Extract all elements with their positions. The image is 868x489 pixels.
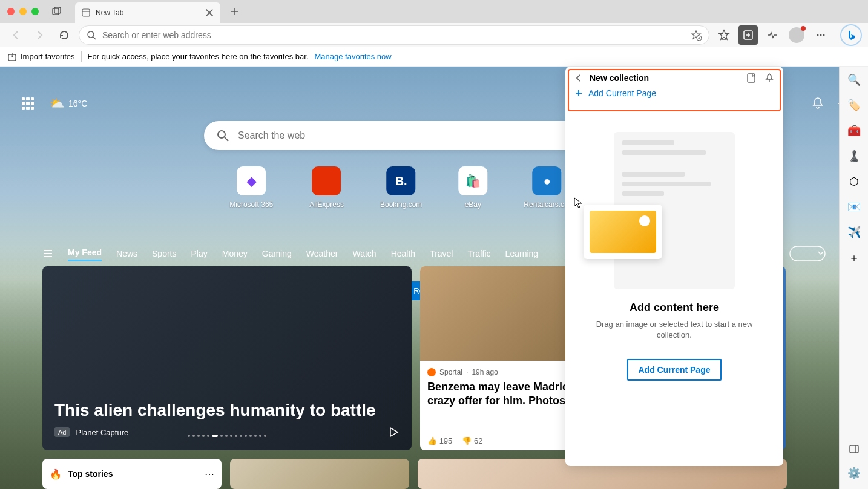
sidebar-office-icon[interactable]: ⬡: [847, 174, 861, 189]
svg-point-22: [218, 131, 225, 138]
pagination-dots[interactable]: [188, 435, 266, 437]
feed-tab-health[interactable]: Health: [391, 246, 415, 261]
feed-tab-traffic[interactable]: Traffic: [467, 246, 490, 261]
sidebar-panel-icon[interactable]: [847, 442, 861, 456]
toolbar: [0, 23, 868, 47]
personalize-dropdown[interactable]: [789, 246, 826, 261]
quicklink-ebay[interactable]: 🛍️eBay: [458, 166, 487, 209]
empty-title: Add content here: [584, 301, 765, 314]
sidebar-tools-icon[interactable]: 🧰: [847, 123, 861, 138]
titlebar: New Tab: [0, 0, 868, 23]
svg-rect-2: [82, 9, 90, 16]
play-icon[interactable]: [387, 426, 399, 438]
story-card[interactable]: [230, 459, 409, 489]
top-stories-label: Top stories: [68, 469, 199, 479]
manage-favorites-link[interactable]: Manage favorites now: [315, 52, 392, 61]
refresh-button[interactable]: [54, 25, 74, 45]
sidebar-games-icon[interactable]: ♟️: [847, 149, 861, 163]
add-current-page-link[interactable]: Add Current Page: [574, 88, 775, 98]
sidebar-add-icon[interactable]: ＋: [847, 251, 861, 265]
new-tab-button[interactable]: [226, 3, 243, 20]
browser-tab[interactable]: New Tab: [75, 2, 220, 23]
svg-point-8: [88, 31, 94, 38]
bing-button[interactable]: [840, 24, 862, 46]
menu-icon[interactable]: [811, 25, 830, 45]
feed-tab-gaming[interactable]: Gaming: [262, 246, 292, 261]
card-more-icon[interactable]: ⋯: [205, 468, 214, 480]
search-icon: [87, 30, 96, 40]
import-label: Import favorites: [21, 52, 75, 61]
sidebar-outlook-icon[interactable]: 📧: [847, 200, 861, 214]
feed-tab-travel[interactable]: Travel: [430, 246, 453, 261]
profile-button[interactable]: [787, 25, 806, 45]
feed-tab-news[interactable]: News: [116, 246, 137, 261]
back-button[interactable]: [6, 25, 25, 45]
tab-overview-icon[interactable]: [51, 5, 63, 18]
maximize-window[interactable]: [31, 8, 39, 15]
add-current-page-button[interactable]: Add Current Page: [627, 359, 721, 381]
divider: [81, 51, 82, 62]
article-time: 19h ago: [472, 368, 498, 376]
apps-grid-icon[interactable]: [18, 94, 38, 113]
back-icon[interactable]: [574, 73, 584, 83]
feed-menu-icon[interactable]: [42, 248, 53, 259]
address-bar[interactable]: [79, 25, 709, 45]
feed-tab-watch[interactable]: Watch: [352, 246, 376, 261]
quicklink-aliexpress[interactable]: AliExpress: [309, 166, 344, 209]
favbar-hint: For quick access, place your favorites h…: [88, 52, 309, 61]
empty-illustration: [614, 132, 735, 289]
close-window[interactable]: [7, 8, 15, 15]
feed-tab-weather[interactable]: Weather: [306, 246, 338, 261]
new-tab-content: ⛅ 16°C ◆Microsoft 365 AliExpress B.Booki…: [0, 67, 868, 489]
source-icon: [427, 368, 436, 376]
tab-close-icon[interactable]: [205, 8, 214, 18]
like-button[interactable]: 👍 195: [427, 436, 452, 445]
svg-rect-31: [850, 445, 858, 453]
quicklink-booking[interactable]: B.Booking.com: [380, 166, 422, 209]
feed-tab-play[interactable]: Play: [191, 246, 208, 261]
hero-title: This alien challenges humanity to battle: [54, 401, 399, 420]
collections-icon[interactable]: [738, 25, 758, 45]
tab-favicon: [81, 8, 91, 18]
feed-tab-myfeed[interactable]: My Feed: [68, 245, 102, 261]
svg-rect-28: [748, 74, 755, 82]
svg-line-9: [93, 37, 96, 39]
sidebar-send-icon[interactable]: ✈️: [847, 225, 861, 240]
weather-icon: ⛅: [50, 96, 65, 111]
fire-icon: 🔥: [50, 468, 62, 480]
window-controls: [7, 8, 39, 15]
dislike-button[interactable]: 👎 62: [462, 436, 482, 445]
import-favorites-button[interactable]: Import favorites: [7, 52, 75, 62]
weather-widget[interactable]: ⛅ 16°C: [50, 96, 87, 111]
note-icon[interactable]: [746, 73, 757, 84]
empty-text: Drag an image or selected text to start …: [584, 319, 765, 341]
edge-sidebar: 🔍 🏷️ 🧰 ♟️ ⬡ 📧 ✈️ ＋ ⚙️: [839, 67, 868, 489]
address-input[interactable]: [102, 30, 685, 40]
hero-card[interactable]: This alien challenges humanity to battle…: [42, 266, 412, 450]
svg-point-19: [823, 34, 825, 36]
notifications-icon[interactable]: [811, 97, 824, 110]
svg-point-18: [820, 34, 822, 36]
quicklink-rentalcars[interactable]: ●Rentalcars.c...: [524, 166, 570, 209]
plus-icon: [574, 88, 584, 98]
collections-panel: New collection Add Current Page: [565, 67, 783, 466]
sidebar-settings-icon[interactable]: ⚙️: [847, 466, 861, 481]
forward-button[interactable]: [30, 25, 50, 45]
hero-source: Planet Capture: [76, 428, 128, 437]
search-icon: [216, 129, 229, 142]
quicklink-microsoft365[interactable]: ◆Microsoft 365: [229, 166, 273, 209]
health-icon[interactable]: [763, 25, 782, 45]
minimize-window[interactable]: [19, 8, 27, 15]
svg-line-23: [225, 137, 228, 141]
tab-title: New Tab: [96, 8, 200, 17]
favorites-icon[interactable]: [714, 25, 734, 45]
top-stories-card[interactable]: 🔥 Top stories ⋯: [42, 459, 222, 489]
pin-icon[interactable]: [764, 73, 775, 84]
feed-tab-money[interactable]: Money: [222, 246, 248, 261]
ad-badge: Ad: [54, 427, 70, 437]
add-favorite-icon[interactable]: [691, 30, 702, 41]
sidebar-shopping-icon[interactable]: 🏷️: [847, 98, 861, 113]
sidebar-search-icon[interactable]: 🔍: [847, 73, 861, 87]
feed-tab-sports[interactable]: Sports: [152, 246, 176, 261]
feed-tab-learning[interactable]: Learning: [505, 246, 539, 261]
